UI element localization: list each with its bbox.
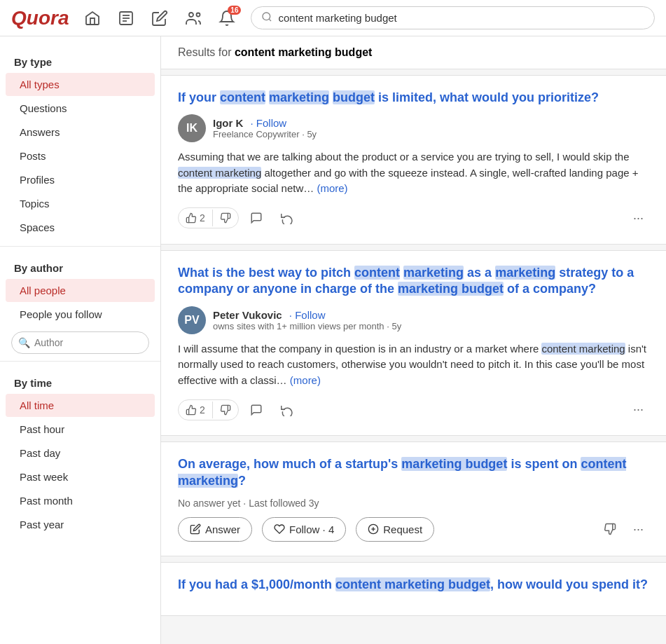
comment-button[interactable] [243, 399, 270, 420]
downvote-button[interactable] [213, 400, 238, 420]
card-title[interactable]: On average, how much of a startup's mark… [178, 456, 649, 489]
author-search-container: 🔍 [11, 331, 149, 354]
card-body: Assuming that we are talking about the p… [178, 149, 649, 197]
follow-link[interactable]: · Follow [247, 117, 286, 129]
svg-point-6 [263, 13, 270, 20]
card-title[interactable]: If you had a $1,000/month content market… [178, 577, 649, 593]
card-body: I will assume that the company in questi… [178, 341, 649, 389]
share-button[interactable] [274, 399, 300, 420]
more-options-button[interactable]: ··· [627, 518, 649, 541]
card-actions: Answer Follow · 4 Request··· [178, 517, 649, 542]
vote-group: 2 [178, 207, 239, 228]
author-info: Igor K · FollowFreelance Copywriter · 5y [213, 117, 317, 139]
request-button[interactable]: Request [356, 517, 434, 542]
sidebar-item-posts[interactable]: Posts [6, 144, 155, 167]
results-prefix: Results for [178, 46, 235, 58]
svg-point-4 [189, 13, 193, 17]
card-actions: 2··· [178, 398, 649, 421]
author-meta: owns sites with 1+ million views per mon… [213, 321, 401, 331]
sidebar-item-past-month[interactable]: Past month [6, 489, 155, 512]
quora-logo[interactable]: Quora [11, 7, 69, 29]
author-search-input[interactable] [11, 331, 149, 354]
author-row: IKIgor K · FollowFreelance Copywriter · … [178, 114, 649, 142]
answer-button[interactable]: Answer [178, 517, 252, 542]
card-title[interactable]: What is the best way to pitch content ma… [178, 265, 649, 298]
svg-line-7 [270, 19, 272, 21]
card-1: If your content marketing budget is limi… [161, 75, 666, 245]
results-query: content marketing budget [235, 46, 372, 58]
cards-container: If your content marketing budget is limi… [161, 75, 666, 616]
card-2: What is the best way to pitch content ma… [161, 250, 666, 436]
avatar: PV [178, 306, 206, 334]
author-info: Peter Vukovic · Followowns sites with 1+… [213, 309, 401, 331]
card-actions: 2··· [178, 207, 649, 230]
main-content: Results for content marketing budget If … [161, 36, 666, 644]
author-row: PVPeter Vukovic · Followowns sites with … [178, 306, 649, 334]
more-link[interactable]: (more) [314, 182, 347, 194]
notification-badge: 16 [228, 6, 241, 15]
sidebar-item-past-hour[interactable]: Past hour [6, 418, 155, 441]
sidebar-item-past-year[interactable]: Past year [6, 513, 155, 536]
nav-icons: 16 [83, 8, 237, 28]
author-meta: Freelance Copywriter · 5y [213, 129, 317, 139]
upvote-button[interactable]: 2 [179, 400, 212, 420]
by-type-heading: By type [0, 48, 160, 72]
share-button[interactable] [274, 207, 300, 228]
downvote-button[interactable] [213, 208, 238, 228]
author-search-icon: 🔍 [18, 337, 30, 348]
card-title[interactable]: If your content marketing budget is limi… [178, 90, 649, 106]
follow-link[interactable]: · Follow [286, 309, 326, 321]
more-link[interactable]: (more) [287, 374, 321, 386]
sidebar-item-spaces[interactable]: Spaces [6, 216, 155, 239]
people-icon[interactable] [183, 8, 203, 28]
more-options-button[interactable]: ··· [627, 398, 649, 421]
by-time-heading: By time [0, 369, 160, 393]
sidebar-item-all-people[interactable]: All people [6, 279, 155, 302]
sidebar-item-people-you-follow[interactable]: People you follow [6, 303, 155, 326]
header: Quora 16 [0, 0, 666, 36]
upvote-button[interactable]: 2 [179, 208, 212, 228]
card-3: On average, how much of a startup's mark… [161, 441, 666, 556]
search-input[interactable] [278, 12, 644, 24]
comment-button[interactable] [243, 207, 270, 228]
by-author-heading: By author [0, 254, 160, 278]
downvote-button[interactable] [597, 519, 623, 540]
divider-2 [0, 361, 160, 362]
avatar: IK [178, 114, 206, 142]
more-options-button[interactable]: ··· [627, 207, 649, 230]
results-header: Results for content marketing budget [161, 36, 666, 69]
author-name[interactable]: Peter Vukovic [213, 309, 282, 321]
edit-icon[interactable] [150, 8, 169, 28]
notifications-icon[interactable]: 16 [217, 8, 237, 28]
sidebar-item-answers[interactable]: Answers [6, 121, 155, 144]
vote-group: 2 [178, 399, 239, 420]
svg-point-5 [197, 13, 200, 16]
layout: By type All typesQuestionsAnswersPostsPr… [0, 36, 666, 644]
sidebar-item-topics[interactable]: Topics [6, 192, 155, 215]
author-filter-group: All peoplePeople you follow [0, 279, 160, 326]
sidebar-item-all-types[interactable]: All types [6, 73, 155, 96]
time-filter-group: All timePast hourPast dayPast weekPast m… [0, 394, 160, 536]
sidebar-item-profiles[interactable]: Profiles [6, 168, 155, 191]
search-bar[interactable] [251, 6, 655, 29]
home-icon[interactable] [83, 8, 102, 28]
sidebar-item-past-day[interactable]: Past day [6, 441, 155, 465]
author-name[interactable]: Igor K [213, 117, 243, 129]
type-filter-group: All typesQuestionsAnswersPostsProfilesTo… [0, 73, 160, 239]
follow-button[interactable]: Follow · 4 [262, 517, 346, 542]
search-icon [261, 11, 272, 25]
sidebar-item-questions[interactable]: Questions [6, 97, 155, 120]
sidebar: By type All typesQuestionsAnswersPostsPr… [0, 36, 161, 644]
card-4: If you had a $1,000/month content market… [161, 562, 666, 616]
sidebar-item-all-time[interactable]: All time [6, 394, 155, 417]
divider-1 [0, 246, 160, 247]
sidebar-item-past-week[interactable]: Past week [6, 465, 155, 488]
answers-icon[interactable] [116, 8, 136, 28]
no-answer-text: No answer yet · Last followed 3y [178, 498, 649, 509]
